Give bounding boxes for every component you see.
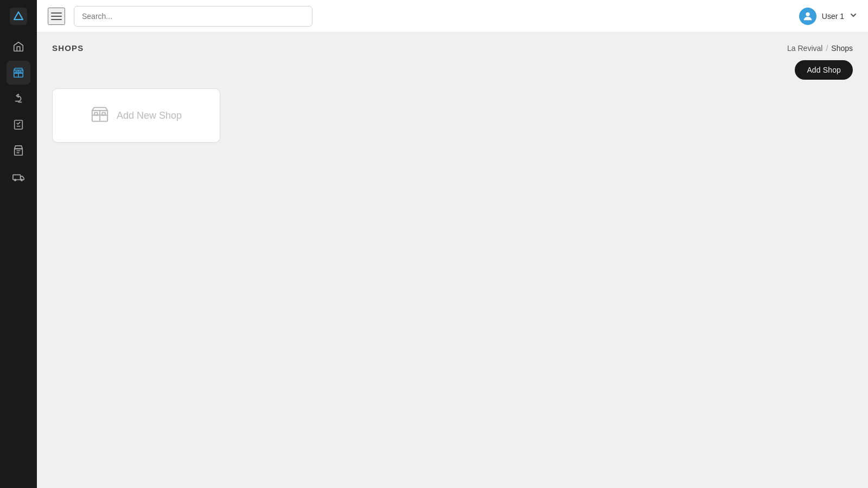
sidebar-item-home[interactable] <box>7 35 30 59</box>
svg-rect-5 <box>15 149 23 155</box>
main-area: User 1 SHOPS La Revival / Shops Add Shop <box>37 0 868 488</box>
search-input[interactable] <box>74 6 312 27</box>
sidebar <box>0 0 37 488</box>
svg-rect-14 <box>94 112 98 115</box>
hamburger-button[interactable] <box>48 8 65 25</box>
add-new-shop-card[interactable]: Add New Shop <box>52 88 220 143</box>
svg-rect-2 <box>16 72 17 73</box>
content-area: SHOPS La Revival / Shops Add Shop <box>37 33 868 488</box>
svg-rect-6 <box>13 175 21 179</box>
page-title: SHOPS <box>52 43 84 53</box>
breadcrumb-separator: / <box>826 44 828 53</box>
sidebar-nav <box>0 35 37 189</box>
user-name: User 1 <box>822 12 844 21</box>
sidebar-item-delivery[interactable] <box>7 165 30 189</box>
shop-icon <box>91 105 109 126</box>
user-menu[interactable]: User 1 <box>799 8 857 25</box>
sidebar-item-orders[interactable] <box>7 139 30 163</box>
search-wrapper <box>74 6 312 27</box>
cards-area: Add New Shop <box>37 88 868 143</box>
breadcrumb-current: Shops <box>831 44 853 53</box>
svg-rect-0 <box>10 8 27 25</box>
sidebar-item-shops[interactable] <box>7 61 30 85</box>
breadcrumb: La Revival / Shops <box>787 44 853 53</box>
svg-rect-4 <box>15 120 23 130</box>
topbar: User 1 <box>37 0 868 33</box>
svg-point-12 <box>806 12 809 16</box>
app-logo[interactable] <box>9 7 28 26</box>
svg-rect-9 <box>51 12 62 14</box>
avatar <box>799 8 816 25</box>
svg-rect-3 <box>20 72 21 73</box>
page-header: SHOPS La Revival / Shops <box>37 33 868 60</box>
svg-rect-15 <box>102 112 105 115</box>
add-new-shop-label: Add New Shop <box>117 110 182 121</box>
sidebar-item-returns[interactable] <box>7 87 30 111</box>
breadcrumb-parent: La Revival <box>787 44 822 53</box>
add-shop-button[interactable]: Add Shop <box>795 60 853 80</box>
chevron-down-icon <box>850 11 857 21</box>
svg-rect-11 <box>51 19 62 20</box>
action-bar: Add Shop <box>37 60 868 88</box>
sidebar-item-tasks[interactable] <box>7 113 30 137</box>
svg-rect-10 <box>51 16 62 17</box>
